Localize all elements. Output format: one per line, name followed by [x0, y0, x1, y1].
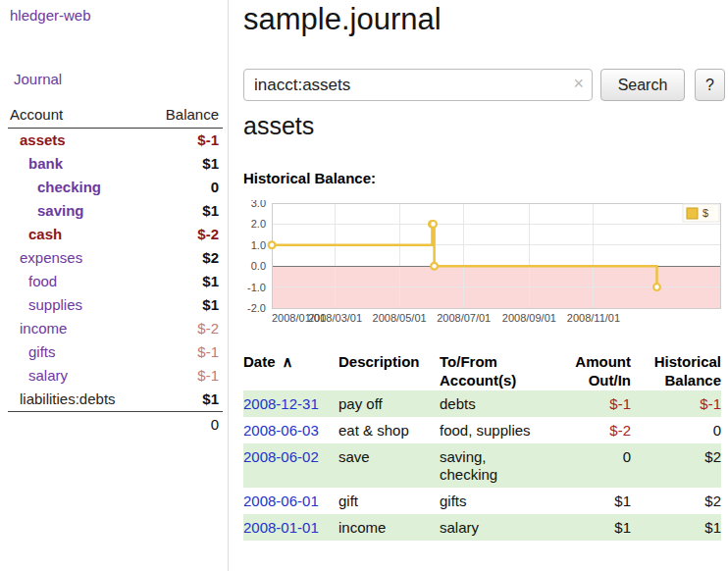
transaction-date-link[interactable]: 2008-06-03	[243, 422, 319, 439]
transaction-amount: $-2	[557, 417, 631, 443]
account-link-salary[interactable]: salary	[28, 367, 68, 384]
register-row: 2008-06-03eat & shopfood, supplies$-20	[243, 417, 721, 443]
register-header-description: Description	[338, 351, 440, 390]
account-row: supplies$1	[8, 293, 223, 317]
transaction-date-cell: 2008-06-02	[243, 443, 338, 488]
register-header-row: Date∧ Description To/From Account(s) Amo…	[243, 351, 721, 390]
account-name-cell: liabilities:debts	[8, 388, 146, 412]
account-name-cell: gifts	[8, 340, 146, 364]
sort-ascending-icon[interactable]: ∧	[283, 353, 293, 370]
account-balance: $2	[146, 246, 223, 270]
register-row: 2008-06-01giftgifts$1$2	[243, 488, 721, 514]
svg-text:-1.0: -1.0	[247, 282, 266, 293]
sidebar: hledger-web Journal Account Balance asse…	[0, 0, 229, 571]
transaction-amount: $1	[557, 488, 631, 514]
transaction-amount: $-1	[557, 390, 631, 417]
total-balance: 0	[146, 412, 223, 439]
svg-text:3.0: 3.0	[251, 200, 266, 209]
account-link-bank[interactable]: bank	[28, 155, 63, 172]
search-button[interactable]: Search	[600, 69, 685, 101]
account-row: salary$-1	[8, 364, 223, 388]
account-link-income[interactable]: income	[20, 320, 67, 337]
account-link-checking[interactable]: checking	[37, 179, 101, 195]
account-balance: $-2	[146, 223, 223, 246]
transaction-description: pay off	[338, 390, 440, 417]
account-name-cell: supplies	[8, 293, 146, 317]
transaction-description: gift	[338, 488, 440, 514]
transaction-date-link[interactable]: 2008-06-02	[243, 448, 319, 465]
sidebar-item-journal[interactable]: Journal	[14, 71, 62, 87]
account-link-food[interactable]: food	[28, 273, 57, 289]
register-header-balance: Historical Balance	[631, 351, 721, 390]
transaction-description: income	[338, 514, 440, 541]
transaction-accounts: gifts	[440, 488, 557, 514]
account-name-cell: income	[8, 317, 146, 340]
transaction-date-cell: 2008-06-01	[243, 488, 338, 514]
account-row: bank$1	[8, 152, 223, 176]
account-balance: $-2	[146, 317, 223, 340]
svg-text:2008/09/01: 2008/09/01	[502, 312, 556, 324]
account-rows: assets$-1bank$1checking0saving$1cash$-2e…	[8, 129, 223, 412]
transaction-description: eat & shop	[338, 417, 440, 443]
svg-text:2008/05/01: 2008/05/01	[373, 312, 427, 324]
transaction-balance: $1	[631, 514, 721, 541]
account-name-cell: saving	[8, 199, 146, 223]
account-link-cash[interactable]: cash	[28, 226, 62, 242]
account-name-cell: salary	[8, 364, 146, 388]
transaction-date-cell: 2008-06-03	[243, 417, 338, 443]
svg-text:2008/07/01: 2008/07/01	[437, 312, 491, 324]
account-row: saving$1	[8, 199, 223, 223]
transaction-date-cell: 2008-01-01	[243, 514, 338, 541]
account-name-cell: checking	[8, 176, 146, 199]
account-balance: $1	[146, 152, 223, 176]
register-header-amount: Amount Out/In	[557, 351, 631, 390]
chart-title: Historical Balance:	[243, 170, 376, 186]
transaction-balance: 0	[631, 417, 721, 443]
register-row: 2008-01-01incomesalary$1$1	[243, 514, 721, 541]
account-row: cash$-2	[8, 223, 223, 246]
register-rows: 2008-12-31pay offdebts$-1$-12008-06-03ea…	[243, 390, 721, 541]
account-link-gifts[interactable]: gifts	[28, 343, 56, 360]
account-link-supplies[interactable]: supplies	[28, 296, 82, 313]
transaction-balance: $-1	[631, 390, 721, 417]
account-link-expenses[interactable]: expenses	[20, 249, 82, 266]
search-input[interactable]	[243, 69, 593, 101]
main-content: sample.journal × Search ? assets Histori…	[243, 0, 728, 571]
account-row: liabilities:debts$1	[8, 388, 223, 412]
account-balance: $-1	[146, 340, 223, 364]
transaction-accounts: saving, checking	[440, 443, 557, 488]
register-row: 2008-12-31pay offdebts$-1$-1	[243, 390, 721, 417]
transaction-date-link[interactable]: 2008-01-01	[243, 519, 319, 536]
date-header-label: Date	[243, 353, 276, 370]
account-balance: $-1	[146, 129, 223, 153]
account-name-cell: expenses	[8, 246, 146, 270]
account-balance: $-1	[146, 364, 223, 388]
account-row: checking0	[8, 176, 223, 199]
transaction-date-link[interactable]: 2008-06-01	[243, 493, 319, 509]
svg-text:2.0: 2.0	[251, 218, 266, 230]
transaction-amount: 0	[557, 443, 631, 488]
balance-column-header: Balance	[146, 104, 223, 129]
transaction-accounts: debts	[440, 390, 557, 417]
accounts-header-line1: To/From	[440, 352, 557, 371]
help-button[interactable]: ?	[695, 69, 725, 101]
register-table: Date∧ Description To/From Account(s) Amo…	[243, 351, 721, 541]
transaction-balance: $2	[631, 443, 721, 488]
account-name-cell: bank	[8, 152, 146, 176]
transaction-description: save	[338, 443, 440, 488]
balance-header-line1: Historical	[631, 352, 721, 371]
register-header-date[interactable]: Date∧	[243, 351, 338, 390]
account-link-liabilities-debts[interactable]: liabilities:debts	[20, 390, 116, 407]
account-balance: $1	[146, 199, 223, 223]
account-balance: $1	[146, 270, 223, 293]
svg-text:2008/03/01: 2008/03/01	[308, 312, 362, 324]
accounts-header-line2: Account(s)	[440, 371, 557, 389]
account-name-cell: cash	[8, 223, 146, 246]
total-label	[8, 412, 146, 439]
account-link-saving[interactable]: saving	[37, 202, 84, 219]
app-title-link[interactable]: hledger-web	[10, 7, 91, 24]
account-heading: assets	[243, 112, 314, 140]
account-link-assets[interactable]: assets	[20, 131, 66, 148]
transaction-date-link[interactable]: 2008-12-31	[243, 395, 319, 412]
clear-search-icon[interactable]: ×	[573, 75, 584, 92]
